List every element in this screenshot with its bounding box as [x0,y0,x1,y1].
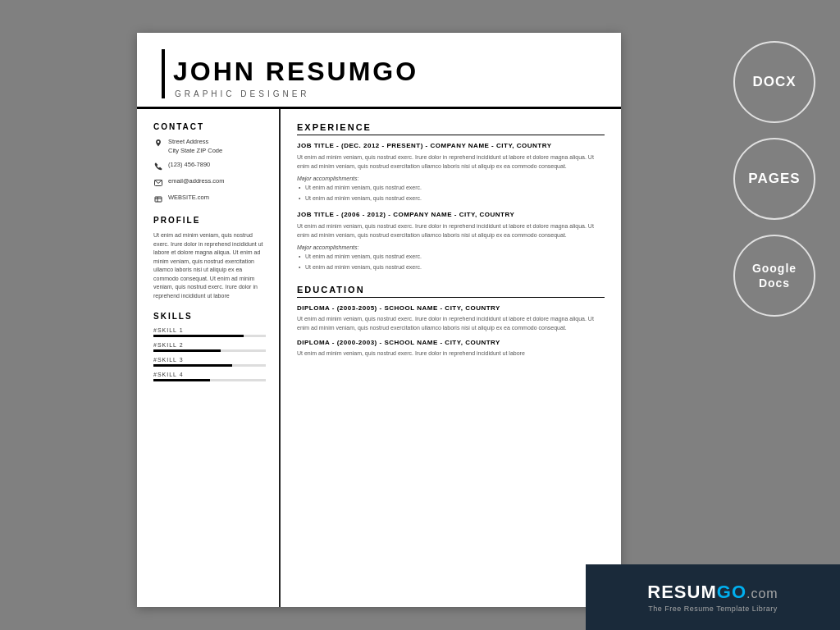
job-item-1: JOB TITLE - (2006 - 2012) - COMPANY NAME… [297,211,605,272]
email-icon [153,178,163,188]
resume-area: JOHN RESUMGO GRAPHIC DESIGNER CONTACT St… [0,0,709,630]
accomplishments-label: Major accomplishments: [297,176,605,181]
job-item-0: JOB TITLE - (DEC. 2012 - PRESENT) - COMP… [297,142,605,203]
profile-section-title: PROFILE [153,216,266,225]
edu-desc: Ut enim ad minim veniam, quis nostrud ex… [297,315,605,332]
website-icon [153,194,163,204]
experience-list: JOB TITLE - (DEC. 2012 - PRESENT) - COMP… [297,142,605,272]
resume-name: JOHN RESUMGO [162,57,596,86]
contact-email: email@address.com [153,177,266,188]
brand-tagline: The Free Resume Template Library [648,605,777,613]
skill-bar-fill [153,379,210,381]
resume-body: CONTACT Street Address City State ZIP Co… [137,109,621,607]
job-desc: Ut enim ad minim veniam, quis nostrud ex… [297,222,605,240]
resume-header: JOHN RESUMGO GRAPHIC DESIGNER [137,33,621,109]
resume-left-column: CONTACT Street Address City State ZIP Co… [137,109,281,607]
skill-name: #SKILL 2 [153,342,266,348]
contact-address: Street Address City State ZIP Code [153,138,266,155]
skill-bar-fill [153,364,232,367]
svg-rect-1 [155,197,162,202]
edu-desc: Ut enim ad minim veniam, quis nostrud ex… [297,349,605,358]
contact-website: WEBSITE.com [153,194,266,204]
education-section-title: EDUCATION [297,285,605,298]
edu-title: DIPLOMA - (2000-2003) - SCHOOL NAME - Ci… [297,339,605,346]
docx-button-wrapper: DOCX [733,41,815,123]
education-list: DIPLOMA - (2003-2005) - SCHOOL NAME - Ci… [297,304,605,358]
skill-item: #SKILL 4 [153,372,266,381]
skill-bar-background [153,364,266,367]
skill-item: #SKILL 3 [153,357,266,367]
skills-section-title: SKILLS [153,312,266,321]
contact-phone-text: (123) 456-7890 [168,161,210,170]
skill-name: #SKILL 1 [153,327,266,333]
skill-name: #SKILL 3 [153,357,266,363]
contact-section-title: CONTACT [153,122,266,131]
job-title: JOB TITLE - (2006 - 2012) - COMPANY NAME… [297,211,605,218]
skill-item: #SKILL 1 [153,327,266,337]
accomplishment-item: Ut enim ad minim veniam, quis nostrud ex… [297,194,605,203]
edu-item-0: DIPLOMA - (2003-2005) - SCHOOL NAME - Ci… [297,304,605,332]
skill-item: #SKILL 2 [153,342,266,352]
brand-resum: RESUM [647,582,716,602]
contact-website-text: WEBSITE.com [168,194,209,203]
google-docs-button-wrapper: GoogleDocs [733,235,815,317]
edu-title: DIPLOMA - (2003-2005) - SCHOOL NAME - Ci… [297,304,605,312]
brand-name: RESUMGO.com [647,582,778,603]
job-title: JOB TITLE - (DEC. 2012 - PRESENT) - COMP… [297,142,605,149]
contact-email-text: email@address.com [168,177,224,186]
accomplishments-label: Major accomplishments: [297,244,605,250]
skill-bar-fill [153,349,221,352]
experience-section-title: EXPERIENCE [297,122,605,135]
docx-label: DOCX [752,74,796,90]
pages-label: PAGES [748,171,800,187]
pages-button-wrapper: PAGES [733,138,815,220]
profile-text: Ut enim ad minim veniam, quis nostrud ex… [153,231,266,300]
pages-button[interactable]: PAGES [733,138,815,220]
skill-name: #SKILL 4 [153,372,266,377]
edu-item-1: DIPLOMA - (2000-2003) - SCHOOL NAME - Ci… [297,339,605,358]
docx-button[interactable]: DOCX [733,41,815,123]
accomplishment-item: Ut enim ad minim veniam, quis nostrud ex… [297,184,605,193]
bottom-bar: RESUMGO.com The Free Resume Template Lib… [586,564,840,630]
accomplishment-item: Ut enim ad minim veniam, quis nostrud ex… [297,263,605,272]
resume-sheet: JOHN RESUMGO GRAPHIC DESIGNER CONTACT St… [137,33,621,607]
resume-title: GRAPHIC DESIGNER [162,89,596,98]
google-docs-label: GoogleDocs [752,261,797,290]
accomplishment-item: Ut enim ad minim veniam, quis nostrud ex… [297,253,605,262]
skills-list: #SKILL 1 #SKILL 2 #SKILL 3 #SKILL 4 [153,327,266,381]
page-wrapper: JOHN RESUMGO GRAPHIC DESIGNER CONTACT St… [0,0,840,630]
resume-right-column: EXPERIENCE JOB TITLE - (DEC. 2012 - PRES… [281,109,621,607]
skill-bar-background [153,349,266,352]
phone-icon [153,162,163,171]
skill-bar-background [153,379,266,381]
google-docs-button[interactable]: GoogleDocs [733,235,815,317]
location-icon [153,139,163,148]
brand-com: .com [746,587,778,600]
job-desc: Ut enim ad minim veniam, quis nostrud ex… [297,153,605,171]
skill-bar-background [153,335,266,337]
brand-go: GO [717,582,746,602]
contact-address-text: Street Address City State ZIP Code [168,138,222,155]
right-panel: DOCX PAGES GoogleDocs [709,0,840,630]
skill-bar-fill [153,335,244,337]
contact-phone: (123) 456-7890 [153,161,266,171]
